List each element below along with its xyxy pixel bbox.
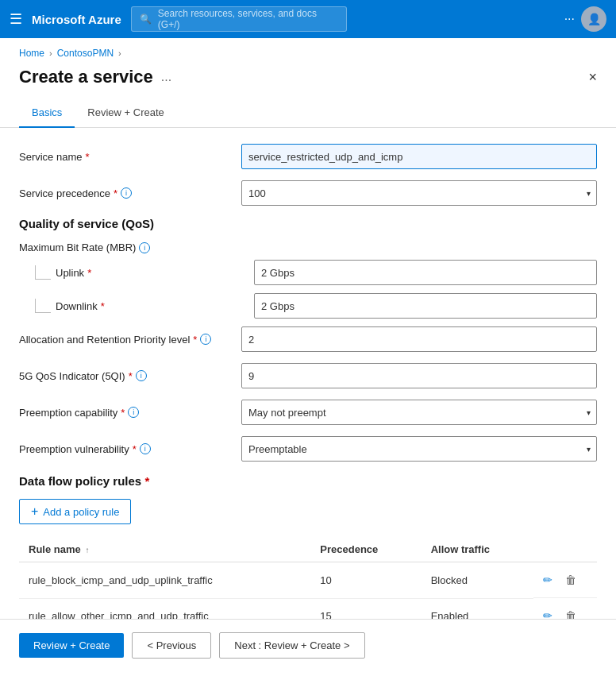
- uplink-label: Uplink *: [56, 267, 254, 279]
- service-precedence-row: Service precedence * i 100 ▾: [19, 180, 597, 206]
- service-precedence-label: Service precedence * i: [19, 187, 241, 199]
- downlink-row: Downlink *: [19, 293, 597, 319]
- allow-traffic-cell-1: Blocked: [422, 562, 533, 599]
- mbr-label: Maximum Bit Rate (MBR) i: [19, 241, 597, 253]
- page-title-row: Create a service ...: [19, 67, 171, 87]
- delete-rule-2-icon[interactable]: 🗑: [560, 608, 581, 619]
- page-title: Create a service: [19, 67, 153, 87]
- qi-info-icon[interactable]: i: [136, 370, 147, 381]
- edit-rule-2-icon[interactable]: ✏: [538, 608, 557, 619]
- arp-info-icon[interactable]: i: [200, 334, 211, 345]
- qi-label: 5G QoS Indicator (5QI) * i: [19, 370, 241, 382]
- qi-input[interactable]: [241, 363, 597, 388]
- arp-input[interactable]: [241, 326, 597, 352]
- form-area: Service name * Service precedence * i 10…: [0, 128, 616, 619]
- search-icon: 🔍: [140, 14, 152, 25]
- search-box[interactable]: 🔍 Search resources, services, and docs (…: [131, 6, 347, 32]
- tab-basics[interactable]: Basics: [19, 100, 75, 128]
- tabs: Basics Review + Create: [0, 100, 616, 128]
- rules-table-body: rule_block_icmp_and_udp_uplink_traffic 1…: [19, 562, 597, 620]
- scroll-container: Home › ContosoPMN › Create a service ...…: [0, 38, 616, 619]
- qos-heading: Quality of service (QoS): [19, 217, 597, 230]
- uplink-row: Uplink *: [19, 260, 597, 285]
- close-button[interactable]: ×: [588, 69, 597, 86]
- preemption-vul-info-icon[interactable]: i: [140, 443, 151, 454]
- next-button[interactable]: Next : Review + Create >: [219, 632, 364, 659]
- topnav: ☰ Microsoft Azure 🔍 Search resources, se…: [0, 0, 616, 38]
- previous-button[interactable]: < Previous: [132, 632, 211, 659]
- rules-table-head: Rule name ↑ Precedence Allow traffic: [19, 537, 597, 562]
- breadcrumb-sep-2: ›: [118, 48, 121, 58]
- arp-row: Allocation and Retention Priority level …: [19, 326, 597, 352]
- search-placeholder: Search resources, services, and docs (G+…: [158, 8, 338, 30]
- tab-review-create[interactable]: Review + Create: [75, 100, 176, 128]
- preemption-cap-label: Preemption capability * i: [19, 407, 241, 419]
- precedence-cell-1: 10: [310, 562, 421, 599]
- rule-name-cell-1: rule_block_icmp_and_udp_uplink_traffic: [19, 562, 310, 599]
- delete-rule-1-icon[interactable]: 🗑: [560, 572, 581, 588]
- breadcrumb-parent[interactable]: ContosoPMN: [57, 48, 114, 59]
- policy-rules-heading: Data flow policy rules *: [19, 474, 597, 488]
- actions-cell-1: ✏ 🗑: [533, 562, 597, 598]
- precedence-cell-2: 15: [310, 598, 421, 619]
- mbr-info-icon[interactable]: i: [139, 242, 150, 253]
- service-precedence-select-wrapper: 100 ▾: [241, 180, 597, 206]
- rule-name-cell-2: rule_allow_other_icmp_and_udp_traffic: [19, 598, 310, 619]
- preemption-cap-select-wrapper: May not preempt ▾: [241, 400, 597, 425]
- bottom-bar: Review + Create < Previous Next : Review…: [0, 619, 616, 671]
- col-actions: [533, 537, 597, 562]
- service-precedence-select[interactable]: 100: [241, 180, 597, 206]
- allow-traffic-cell-2: Enabled: [422, 598, 533, 619]
- service-name-input[interactable]: [241, 144, 597, 169]
- qi-row: 5G QoS Indicator (5QI) * i: [19, 363, 597, 388]
- review-create-button[interactable]: Review + Create: [19, 633, 124, 658]
- uplink-input[interactable]: [254, 260, 597, 285]
- avatar[interactable]: 👤: [581, 6, 606, 32]
- service-name-row: Service name *: [19, 144, 597, 169]
- downlink-label: Downlink *: [56, 300, 254, 312]
- edit-rule-1-icon[interactable]: ✏: [538, 572, 557, 588]
- plus-icon: +: [31, 504, 38, 519]
- sort-icon[interactable]: ↑: [85, 546, 89, 554]
- col-rule-name: Rule name ↑: [19, 537, 310, 562]
- page-options-icon[interactable]: ...: [161, 70, 171, 84]
- more-icon[interactable]: ···: [564, 12, 575, 26]
- actions-cell-2: ✏ 🗑: [533, 598, 597, 619]
- breadcrumb-home[interactable]: Home: [19, 48, 44, 59]
- table-row: rule_allow_other_icmp_and_udp_traffic 15…: [19, 598, 597, 619]
- rules-table: Rule name ↑ Precedence Allow traffic rul…: [19, 537, 597, 619]
- col-allow-traffic: Allow traffic: [422, 537, 533, 562]
- service-precedence-info-icon[interactable]: i: [121, 187, 132, 199]
- preemption-cap-select[interactable]: May not preempt: [241, 400, 597, 425]
- col-precedence: Precedence: [310, 537, 421, 562]
- preemption-cap-row: Preemption capability * i May not preemp…: [19, 400, 597, 425]
- preemption-vul-label: Preemption vulnerability * i: [19, 443, 241, 455]
- add-rule-button[interactable]: + Add a policy rule: [19, 499, 131, 524]
- table-header-row: Rule name ↑ Precedence Allow traffic: [19, 537, 597, 562]
- page-header: Create a service ... ×: [0, 64, 616, 100]
- topnav-icons: ··· 👤: [564, 6, 606, 32]
- preemption-cap-info-icon[interactable]: i: [128, 407, 139, 418]
- add-rule-label: Add a policy rule: [43, 506, 119, 518]
- arp-label: Allocation and Retention Priority level …: [19, 334, 241, 346]
- preemption-vul-select[interactable]: Preemptable: [241, 436, 597, 462]
- main-container: Home › ContosoPMN › Create a service ...…: [0, 38, 616, 676]
- service-name-label: Service name *: [19, 151, 241, 163]
- breadcrumb: Home › ContosoPMN ›: [0, 38, 616, 64]
- table-row: rule_block_icmp_and_udp_uplink_traffic 1…: [19, 562, 597, 599]
- hamburger-icon[interactable]: ☰: [10, 10, 22, 28]
- breadcrumb-sep-1: ›: [49, 48, 52, 58]
- brand-label: Microsoft Azure: [32, 13, 121, 26]
- preemption-vul-row: Preemption vulnerability * i Preemptable…: [19, 436, 597, 462]
- preemption-vul-select-wrapper: Preemptable ▾: [241, 436, 597, 462]
- downlink-input[interactable]: [254, 293, 597, 319]
